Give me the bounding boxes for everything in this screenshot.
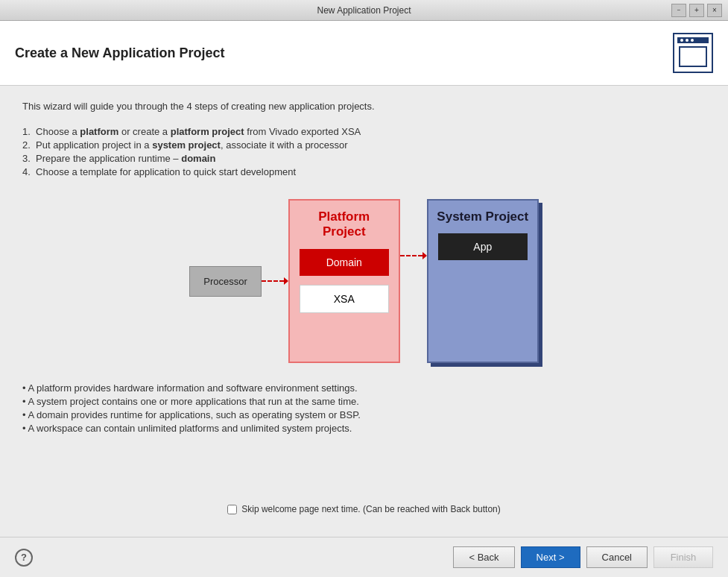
- step-4-text: 4. Choose a template for application to …: [22, 166, 296, 177]
- step-2-pre: 2. Put application project in a: [22, 139, 152, 151]
- step-1-bold1: platform: [80, 126, 118, 137]
- icon-dot-2: [686, 39, 689, 42]
- step-4: 4. Choose a template for application to …: [22, 166, 706, 177]
- app-box: App: [438, 233, 528, 260]
- dashed-line-2: [400, 255, 422, 256]
- step-1-bold2: platform project: [171, 126, 244, 137]
- step-1: 1. Choose a platform or create a platfor…: [22, 126, 706, 137]
- dialog-content: This wizard will guide you through the 4…: [0, 86, 728, 537]
- icon-dot-1: [680, 39, 683, 42]
- step-1-num: 1. Choose a: [22, 126, 80, 137]
- step-2-bold: system project: [152, 139, 221, 151]
- cancel-button[interactable]: Cancel: [586, 546, 648, 568]
- main-window: Create a New Application Project This wi…: [0, 21, 728, 577]
- minimize-button[interactable]: −: [671, 4, 686, 17]
- step-3: 3. Prepare the application runtime – dom…: [22, 153, 706, 164]
- app-label: App: [473, 241, 492, 253]
- step-3-pre: 3. Prepare the application runtime –: [22, 153, 181, 164]
- step-1-mid: or create a: [118, 126, 170, 137]
- arrow-domain-app: [400, 252, 427, 259]
- dashed-line-1: [262, 280, 284, 282]
- skip-welcome-label[interactable]: Skip welcome page next time. (Can be rea…: [241, 504, 501, 514]
- step-2-after: , associate it with a processor: [221, 139, 348, 151]
- arrow-processor-domain: [262, 277, 288, 285]
- maximize-button[interactable]: +: [689, 4, 704, 17]
- processor-label: Processor: [203, 276, 247, 287]
- footer-buttons: < Back Next > Cancel Finish: [453, 546, 713, 568]
- bullet-4: • A workspace can contain unlimited plat…: [22, 423, 706, 434]
- domain-box: Domain: [300, 249, 389, 276]
- dialog-footer: ? < Back Next > Cancel Finish: [0, 537, 728, 577]
- dialog-header: Create a New Application Project: [0, 21, 728, 86]
- system-project-box: System Project App: [427, 199, 539, 363]
- icon-screen: [679, 46, 707, 67]
- footer-left: ?: [15, 549, 33, 567]
- next-button[interactable]: Next >: [521, 546, 580, 568]
- icon-dot-3: [691, 39, 694, 42]
- domain-label: Domain: [326, 256, 362, 268]
- processor-box: Processor: [189, 266, 262, 297]
- info-bullets: • A platform provides hardware informati…: [22, 382, 706, 434]
- xsa-label: XSA: [334, 293, 355, 305]
- diagram-container: Processor Platform Project Domain XSA: [22, 192, 706, 371]
- window-controls: − + ×: [671, 4, 722, 17]
- step-1-after: from Vivado exported XSA: [244, 126, 361, 137]
- finish-button[interactable]: Finish: [653, 546, 713, 568]
- system-box-wrapper: System Project App: [427, 199, 539, 363]
- skip-welcome-checkbox[interactable]: [227, 505, 237, 514]
- step-2: 2. Put application project in a system p…: [22, 139, 706, 151]
- shadow-right: [539, 203, 542, 367]
- bullet-3: • A domain provides runtime for applicat…: [22, 409, 706, 420]
- shadow-bottom: [431, 363, 542, 367]
- bullet-2: • A system project contains one or more …: [22, 396, 706, 407]
- xsa-box: XSA: [300, 285, 389, 313]
- titlebar: New Application Project − + ×: [0, 0, 728, 21]
- system-project-title: System Project: [437, 209, 528, 224]
- help-button[interactable]: ?: [15, 549, 33, 567]
- platform-project-title: Platform Project: [296, 209, 393, 240]
- skip-welcome-text: Skip welcome page next time. (Can be rea…: [241, 504, 501, 514]
- back-button[interactable]: < Back: [453, 546, 514, 568]
- dialog-title: Create a New Application Project: [15, 45, 224, 61]
- close-button[interactable]: ×: [707, 4, 722, 17]
- bullet-1: • A platform provides hardware informati…: [22, 382, 706, 394]
- diagram: Processor Platform Project Domain XSA: [189, 199, 539, 363]
- steps-list: 1. Choose a platform or create a platfor…: [22, 124, 706, 180]
- intro-text: This wizard will guide you through the 4…: [22, 101, 706, 112]
- step-3-bold: domain: [181, 153, 215, 164]
- checkbox-row: Skip welcome page next time. (Can be rea…: [22, 496, 706, 522]
- icon-dots-bar: [677, 37, 709, 43]
- platform-project-box: Platform Project Domain XSA: [288, 199, 400, 363]
- window-title: New Application Project: [317, 5, 411, 16]
- header-icon: [673, 33, 713, 73]
